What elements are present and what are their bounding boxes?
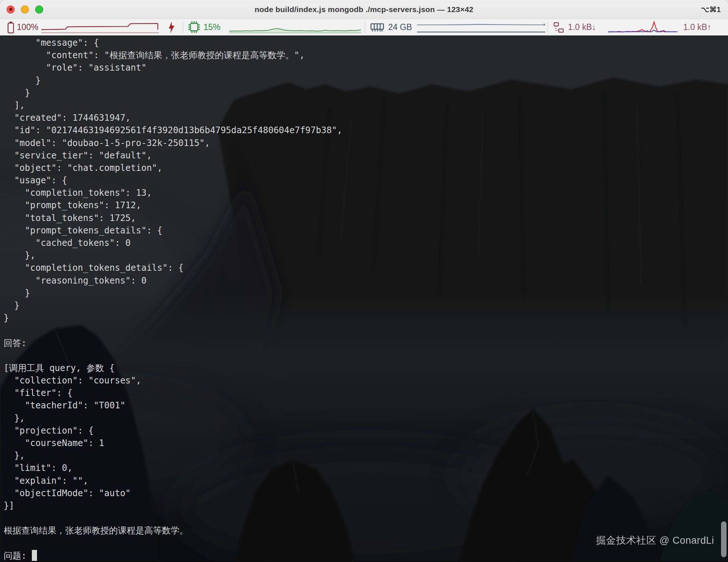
battery-percent[interactable]: 100% bbox=[17, 22, 38, 32]
network-traffic-graph[interactable] bbox=[608, 20, 677, 34]
terminal-line: "message": { bbox=[4, 37, 728, 49]
terminal-line: }, bbox=[4, 249, 728, 262]
terminal-line: "completion_tokens_details": { bbox=[4, 262, 728, 274]
terminal-output: "message": { "content": "根据查询结果，张老师教授的课程… bbox=[0, 36, 728, 562]
terminal-line: [调用工具 query, 参数 { bbox=[4, 362, 728, 374]
terminal-line: "courseName": 1 bbox=[4, 437, 728, 449]
terminal-line: "content": "根据查询结果，张老师教授的课程是高等数学。", bbox=[4, 49, 728, 61]
network-upload-rate[interactable]: 1.0 kB↑ bbox=[683, 22, 712, 32]
statusbar-divider bbox=[547, 22, 548, 33]
system-stats-bar: 100% 15% bbox=[0, 19, 728, 36]
network-download-rate[interactable]: 1.0 kB↓ bbox=[568, 22, 596, 32]
terminal-line: "completion_tokens": 13, bbox=[4, 187, 728, 199]
cpu-chip-icon[interactable] bbox=[187, 20, 201, 35]
watermark-text: 掘金技术社区 @ ConardLi bbox=[596, 534, 714, 547]
terminal-line: } bbox=[4, 299, 728, 312]
terminal-line bbox=[4, 512, 728, 524]
unsaved-dot-icon bbox=[9, 8, 12, 11]
window-title: node build/index.js mongodb ./mcp-server… bbox=[0, 5, 728, 14]
memory-pressure-graph[interactable] bbox=[417, 20, 545, 34]
terminal-line bbox=[4, 324, 728, 337]
statusbar-divider bbox=[183, 22, 183, 33]
memory-ram-icon[interactable] bbox=[369, 20, 385, 35]
terminal-line: "object": "chat.completion", bbox=[4, 162, 728, 174]
terminal-line: "service_tier": "default", bbox=[4, 149, 728, 162]
terminal-cursor bbox=[32, 550, 37, 561]
terminal-line: }] bbox=[4, 499, 728, 512]
terminal-line: "explain": "", bbox=[4, 475, 728, 487]
terminal-line: } bbox=[4, 74, 728, 87]
zoom-button[interactable] bbox=[35, 5, 43, 14]
scrollbar-thumb[interactable] bbox=[721, 521, 727, 557]
terminal-line: "prompt_tokens_details": { bbox=[4, 224, 728, 237]
close-button[interactable] bbox=[7, 5, 15, 14]
network-icon[interactable] bbox=[552, 20, 565, 35]
charging-bolt-icon bbox=[167, 20, 175, 35]
terminal-line: "prompt_tokens": 1712, bbox=[4, 199, 728, 211]
terminal-line: "usage": { bbox=[4, 174, 728, 187]
terminal-line: "id": "02174463194692561f4f3920d13b6b479… bbox=[4, 124, 728, 136]
cpu-usage-graph[interactable] bbox=[229, 20, 361, 34]
terminal-line: "role": "assistant" bbox=[4, 61, 728, 74]
terminal-line: 回答: bbox=[4, 337, 728, 349]
cpu-percent[interactable]: 15% bbox=[204, 22, 220, 32]
terminal-line: 问题: bbox=[4, 550, 728, 562]
terminal-line: "reasoning_tokens": 0 bbox=[4, 274, 728, 287]
terminal-line: "objectIdMode": "auto" bbox=[4, 487, 728, 499]
window-titlebar[interactable]: node build/index.js mongodb ./mcp-server… bbox=[0, 0, 728, 19]
terminal-line: "collection": "courses", bbox=[4, 374, 728, 387]
terminal-line: "total_tokens": 1725, bbox=[4, 212, 728, 224]
terminal-line: "projection": { bbox=[4, 424, 728, 437]
terminal-line bbox=[4, 349, 728, 362]
window-shortcut-badge: ⌥⌘1 bbox=[701, 5, 721, 14]
minimize-button[interactable] bbox=[21, 5, 29, 14]
terminal-line: } bbox=[4, 287, 728, 299]
battery-icon[interactable] bbox=[5, 20, 14, 35]
terminal-line: ], bbox=[4, 99, 728, 112]
statusbar-divider bbox=[365, 22, 365, 33]
terminal-line: "created": 1744631947, bbox=[4, 112, 728, 124]
terminal-line: "model": "doubao-1-5-pro-32k-250115", bbox=[4, 137, 728, 149]
terminal-line: } bbox=[4, 312, 728, 324]
terminal-window: node build/index.js mongodb ./mcp-server… bbox=[0, 0, 728, 562]
memory-used[interactable]: 24 GB bbox=[388, 22, 412, 32]
terminal-line: "teacherId": "T001" bbox=[4, 399, 728, 412]
terminal-line: "cached_tokens": 0 bbox=[4, 237, 728, 249]
terminal-line: }, bbox=[4, 412, 728, 424]
terminal-line: "filter": { bbox=[4, 387, 728, 399]
terminal-line: } bbox=[4, 87, 728, 99]
terminal-line: }, bbox=[4, 449, 728, 462]
traffic-lights bbox=[0, 5, 43, 14]
terminal-content-area[interactable]: "message": { "content": "根据查询结果，张老师教授的课程… bbox=[0, 36, 728, 562]
battery-history-graph[interactable] bbox=[41, 20, 164, 34]
terminal-line: "limit": 0, bbox=[4, 462, 728, 474]
